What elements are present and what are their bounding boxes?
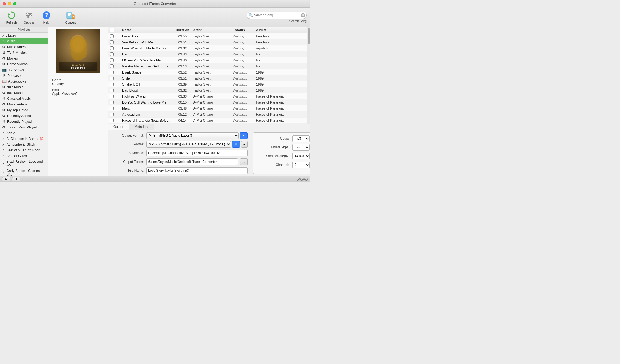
sidebar-item-classical-music[interactable]: ⚙Classical Music <box>0 96 48 101</box>
sidebar-item-adele[interactable]: ♬Adele <box>0 130 48 136</box>
row-checkbox[interactable] <box>110 71 114 74</box>
row-checkbox[interactable] <box>110 95 114 98</box>
track-status: Waiting... <box>225 58 255 62</box>
track-name: Do You Still Want to Love Me <box>121 101 173 104</box>
table-row[interactable]: Do You Still Want to Love Me06:15A-Mei C… <box>108 99 307 105</box>
convert-icon <box>66 10 75 20</box>
table-row[interactable]: Faces of Paranoia (feat. Soft Lipa)04:14… <box>108 118 307 124</box>
tab-metadata[interactable]: Metadata <box>129 124 154 130</box>
sidebar-item-recently-added[interactable]: ⚙Recently Added <box>0 113 48 119</box>
row-checkbox[interactable] <box>110 89 114 92</box>
sidebar-item-90s-music-2[interactable]: ⚙90's Music <box>0 90 48 96</box>
table-row[interactable]: Style03:51Taylor SwiftWaiting...1989 <box>108 75 307 81</box>
sidebar-item-movies[interactable]: ⚙Movies <box>0 55 48 61</box>
table-row[interactable]: I Knew You Were Trouble03:40Taylor Swift… <box>108 57 307 63</box>
table-row[interactable]: Blank Space03:52Taylor SwiftWaiting...19… <box>108 69 307 75</box>
file-name-input[interactable] <box>146 167 248 174</box>
row-checkbox[interactable] <box>110 77 114 80</box>
table-row[interactable]: We Are Never Ever Getting Back Tog...03:… <box>108 63 307 69</box>
codec-select[interactable]: mp3 <box>292 135 310 142</box>
output-format-select[interactable]: MP3 - MPEG-1 Audio Layer 3 <box>146 132 239 139</box>
sidebar-item-al-cien[interactable]: ♬Al Cien con la Banda 💯 <box>0 136 48 142</box>
window-title: Ondesoft iTunes Converter <box>134 2 176 6</box>
sidebar-item-my-top-rated[interactable]: ⚙My Top Rated <box>0 107 48 113</box>
minimize-button[interactable] <box>8 2 11 5</box>
sidebar-item-top-25[interactable]: ⚙Top 25 Most Played <box>0 124 48 130</box>
row-checkbox[interactable] <box>110 52 114 56</box>
row-checkbox[interactable] <box>110 113 114 116</box>
sidebar-item-music-videos-2[interactable]: ⚙Music Videos <box>0 101 48 107</box>
row-checkbox-wrap <box>108 107 116 110</box>
table-row[interactable]: Right as Wrong03:33A-Mei ChangWaiting...… <box>108 93 307 99</box>
settings-left: Output Format: MP3 - MPEG-1 Audio Layer … <box>111 132 248 174</box>
table-row[interactable]: Love Story03:55Taylor SwiftWaiting...Fea… <box>108 33 307 39</box>
bitrate-select[interactable]: 128 <box>292 144 310 151</box>
play-button[interactable]: ▶ <box>2 177 10 181</box>
search-input[interactable] <box>247 12 307 19</box>
row-checkbox[interactable] <box>110 58 114 62</box>
sidebar-item-tv-movies[interactable]: ⚙TV & Movies <box>0 50 48 55</box>
sidebar-item-brad-paisley[interactable]: ♬Brad Paisley - Love and Wa... <box>0 159 48 168</box>
convert-button[interactable]: Convert <box>62 9 79 25</box>
output-format-dropdown-btn[interactable]: ▼ <box>240 132 248 139</box>
table-row[interactable]: Bad Blood03:32Taylor SwiftWaiting...1989 <box>108 87 307 93</box>
sidebar-item-90s-music-1[interactable]: ⚙90's Music <box>0 84 48 90</box>
track-name: Style <box>121 77 173 80</box>
search-clear-button[interactable]: ✕ <box>301 13 305 17</box>
channels-select[interactable]: 2 <box>292 162 310 168</box>
advanced-input[interactable] <box>146 150 248 156</box>
sidebar-label-tv-movies: TV & Movies <box>7 51 27 55</box>
sidebar-item-podcasts[interactable]: 🎙Podcasts <box>0 73 48 78</box>
artist-col-header: Artist <box>192 28 225 32</box>
sidebar-item-best-70s[interactable]: ♬Best of '70s Soft Rock <box>0 147 48 153</box>
options-button[interactable]: Options <box>21 9 37 25</box>
sidebar-item-carly-simon[interactable]: ♬Carly Simon - Chimes of... <box>0 168 48 176</box>
sidebar-item-home-videos[interactable]: ⚙Home Videos <box>0 61 48 67</box>
table-row[interactable]: Autosadism05:12A-Mei ChangWaiting...Face… <box>108 111 307 118</box>
track-list: Love Story03:55Taylor SwiftWaiting...Fea… <box>108 33 307 124</box>
tab-output[interactable]: Output <box>108 124 129 130</box>
table-row[interactable]: March03:48A-Mei ChangWaiting...Faces of … <box>108 105 307 111</box>
sample-rate-select[interactable]: 44100 <box>292 153 310 159</box>
sidebar-item-recently-played[interactable]: ⚙Recently Played <box>0 119 48 124</box>
output-folder-input[interactable] <box>146 158 238 165</box>
row-checkbox[interactable] <box>110 46 114 50</box>
sidebar-item-best-glitch[interactable]: ♬Best of Glitch <box>0 153 48 159</box>
track-album: 1989 <box>255 83 307 86</box>
table-row[interactable]: Look What You Made Me Do03:32Taylor Swif… <box>108 45 307 51</box>
help-button[interactable]: ? Help <box>38 9 55 25</box>
sidebar-item-tv-shows[interactable]: 📺TV Shows <box>0 67 48 73</box>
sidebar-item-library[interactable]: ♪Library <box>0 33 48 38</box>
row-checkbox[interactable] <box>110 40 114 44</box>
sidebar: Playlists ♪Library♫Music⚙Music Videos⚙TV… <box>0 27 48 176</box>
row-checkbox[interactable] <box>110 119 114 122</box>
row-checkbox[interactable] <box>110 64 114 68</box>
track-status: Waiting... <box>225 119 255 122</box>
row-checkbox[interactable] <box>110 107 114 110</box>
table-row[interactable]: You Belong With Me03:51Taylor SwiftWaiti… <box>108 39 307 45</box>
profile-minus-btn[interactable]: − <box>241 141 248 148</box>
row-checkbox[interactable] <box>110 34 114 38</box>
maximize-button[interactable] <box>13 2 16 5</box>
sidebar-item-music-videos[interactable]: ⚙Music Videos <box>0 44 48 50</box>
row-checkbox[interactable] <box>110 101 114 104</box>
track-album: Faces of Paranoia <box>255 101 307 104</box>
table-row[interactable]: Red03:43Taylor SwiftWaiting...Red <box>108 51 307 57</box>
adjust-icon[interactable]: ⦿⦿⦿ <box>296 177 308 181</box>
sidebar-item-music[interactable]: ♫Music <box>0 38 48 44</box>
close-button[interactable] <box>3 2 6 5</box>
browse-button[interactable]: ... <box>240 158 248 165</box>
track-album: reputation <box>255 46 307 50</box>
pause-button[interactable]: ⏸ <box>12 177 20 181</box>
refresh-button[interactable]: Refresh <box>3 9 20 25</box>
profile-select[interactable]: MP3 - Normal Quality( 44100 Hz, stereo ,… <box>146 141 231 148</box>
scrollbar[interactable] <box>307 27 310 124</box>
sidebar-label-home-videos: Home Videos <box>7 62 28 66</box>
sidebar-item-atmospheric-glitch[interactable]: ♬Atmospheric Glitch <box>0 142 48 147</box>
profile-dropdown-btn[interactable]: ▼ <box>232 141 240 148</box>
row-checkbox-wrap <box>108 83 116 86</box>
row-checkbox[interactable] <box>110 83 114 86</box>
sidebar-item-audiobooks[interactable]: 📖Audiobooks <box>0 78 48 84</box>
select-all-checkbox[interactable] <box>110 28 114 32</box>
table-row[interactable]: Shake It Off03:39Taylor SwiftWaiting...1… <box>108 81 307 87</box>
